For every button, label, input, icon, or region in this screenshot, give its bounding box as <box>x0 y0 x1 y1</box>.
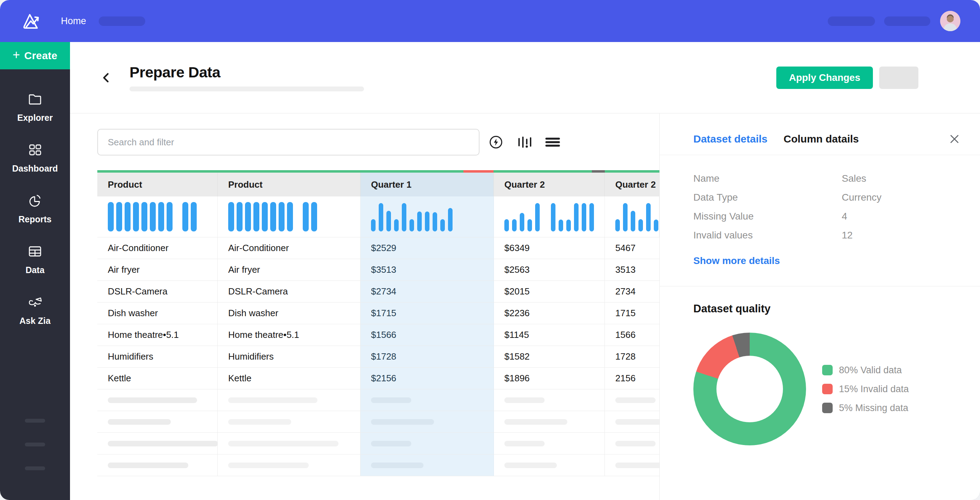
table-cell[interactable]: Humidifiers <box>218 346 361 367</box>
table-cell[interactable]: $1715 <box>361 303 494 324</box>
histogram-bar <box>245 202 251 231</box>
table-cell[interactable]: Home theatre•5.1 <box>218 324 361 346</box>
table-cell[interactable]: Air fryer <box>97 259 218 280</box>
table-cell[interactable]: 3513 <box>605 259 659 280</box>
table-cell[interactable]: $1728 <box>361 346 494 367</box>
table-row: Air-ConditionerAir-Conditioner$2529$6349… <box>97 237 659 259</box>
table-skeleton-cell <box>361 411 494 432</box>
mini-histogram <box>108 202 197 231</box>
apply-changes-button[interactable]: Apply Changes <box>776 67 873 89</box>
table-cell[interactable]: $1896 <box>494 368 605 389</box>
column-header-3[interactable]: Quarter 1 <box>361 173 494 196</box>
table-cell[interactable]: $2734 <box>361 281 494 302</box>
table-cell[interactable]: 2734 <box>605 281 659 302</box>
column-header-1[interactable]: Product <box>97 173 218 196</box>
table-cell[interactable]: $1566 <box>361 324 494 346</box>
table-row: Home theatre•5.1Home theatre•5.1$1566$11… <box>97 324 659 346</box>
histogram-bar <box>303 202 309 231</box>
panel-divider <box>660 155 980 155</box>
histogram-bar <box>191 202 197 231</box>
table-row: Air fryerAir fryer$3513$25633513 <box>97 259 659 280</box>
legend-swatch <box>822 365 833 375</box>
analytics-logo-icon[interactable] <box>20 10 43 32</box>
table-cell[interactable]: $1582 <box>494 346 605 367</box>
sidebar-skeleton-group <box>25 419 45 470</box>
mini-histogram <box>504 203 594 231</box>
histogram-bar <box>133 202 139 231</box>
column-histogram-cell[interactable] <box>218 196 361 237</box>
column-histogram-cell[interactable] <box>605 196 659 237</box>
column-filter-equalizer-icon[interactable] <box>517 134 532 150</box>
table-cell[interactable]: $6349 <box>494 237 605 259</box>
plus-icon: + <box>13 49 20 61</box>
table-skeleton-cell <box>605 454 659 476</box>
sidebar-item-reports[interactable]: Reports <box>0 185 70 232</box>
column-histogram-row <box>97 196 659 237</box>
tab-column-details[interactable]: Column datails <box>784 133 859 145</box>
table-cell[interactable]: 1728 <box>605 346 659 367</box>
table-cell[interactable]: $2563 <box>494 259 605 280</box>
table-cell[interactable]: Kettle <box>97 368 218 389</box>
table-cell[interactable]: 2156 <box>605 368 659 389</box>
column-histogram-cell[interactable] <box>494 196 605 237</box>
column-header-5[interactable]: Quarter 2 <box>605 173 659 196</box>
table-cell[interactable]: $2236 <box>494 303 605 324</box>
histogram-bar <box>253 202 259 231</box>
table-cell[interactable]: Air-Conditioner <box>218 237 361 259</box>
table-skeleton-cell <box>605 411 659 432</box>
table-cell[interactable]: 5467 <box>605 237 659 259</box>
table-skeleton-cell <box>218 389 361 411</box>
show-more-details-link[interactable]: Show more details <box>694 255 780 266</box>
histogram-bar <box>108 202 114 231</box>
search-input[interactable] <box>97 129 479 156</box>
sidebar-item-explorer[interactable]: Explorer <box>0 83 70 131</box>
table-cell[interactable]: Dish washer <box>97 303 218 324</box>
secondary-placeholder-button[interactable] <box>879 67 918 89</box>
create-button[interactable]: + Create <box>0 42 70 69</box>
detail-field-row: Invalid values12 <box>694 226 980 245</box>
table-cell[interactable]: 1566 <box>605 324 659 346</box>
table-row: HumidifiersHumidifiers$1728$15821728 <box>97 346 659 367</box>
table-cell[interactable]: Air fryer <box>218 259 361 280</box>
table-cell[interactable]: $2529 <box>361 237 494 259</box>
column-histogram-cell[interactable] <box>97 196 218 237</box>
tab-dataset-details[interactable]: Dataset details <box>694 133 768 145</box>
column-histogram-cell[interactable] <box>361 196 494 237</box>
table-cell[interactable]: Air-Conditioner <box>97 237 218 259</box>
header-actions: Apply Changes <box>776 67 918 89</box>
legend-label: 80% Valid data <box>839 365 902 376</box>
detail-field-row: NameSales <box>694 169 980 188</box>
auto-transform-flash-icon[interactable] <box>488 134 504 150</box>
details-panel: Dataset details Column datails NameSales… <box>659 113 980 500</box>
back-chevron-icon[interactable] <box>99 71 113 85</box>
column-header-2[interactable]: Product <box>218 173 361 196</box>
menu-hamburger-icon[interactable] <box>545 134 561 150</box>
table-cell[interactable]: Kettle <box>218 368 361 389</box>
skeleton-pill <box>108 463 188 468</box>
subtitle-skeleton <box>129 86 364 91</box>
histogram-bar <box>167 202 173 231</box>
table-cell[interactable]: DSLR-Camera <box>97 281 218 302</box>
table-cell[interactable]: 1715 <box>605 303 659 324</box>
close-icon[interactable] <box>948 132 961 146</box>
sidebar-item-data[interactable]: Data <box>0 236 70 283</box>
histogram-bar <box>433 212 437 231</box>
table-skeleton-cell <box>361 454 494 476</box>
table-cell[interactable]: $2015 <box>494 281 605 302</box>
table-skeleton-cell <box>218 411 361 432</box>
table-cell[interactable]: Humidifiers <box>97 346 218 367</box>
table-cell[interactable]: DSLR-Camera <box>218 281 361 302</box>
user-avatar[interactable] <box>940 11 960 31</box>
table-cell[interactable]: Dish washer <box>218 303 361 324</box>
sidebar-item-dashboard[interactable]: Dashboard <box>0 134 70 182</box>
sidebar-item-ask-zia[interactable]: Ask Zia <box>0 287 70 334</box>
column-header-4[interactable]: Quarter 2 <box>494 173 605 196</box>
table-cell[interactable]: $1145 <box>494 324 605 346</box>
skeleton-pill <box>108 441 218 446</box>
nav-home-link[interactable]: Home <box>61 16 86 27</box>
table-cell[interactable]: $2156 <box>361 368 494 389</box>
histogram-bar <box>125 202 130 231</box>
table-cell[interactable]: $3513 <box>361 259 494 280</box>
sidebar-item-label: Ask Zia <box>20 316 51 326</box>
table-cell[interactable]: Home theatre•5.1 <box>97 324 218 346</box>
